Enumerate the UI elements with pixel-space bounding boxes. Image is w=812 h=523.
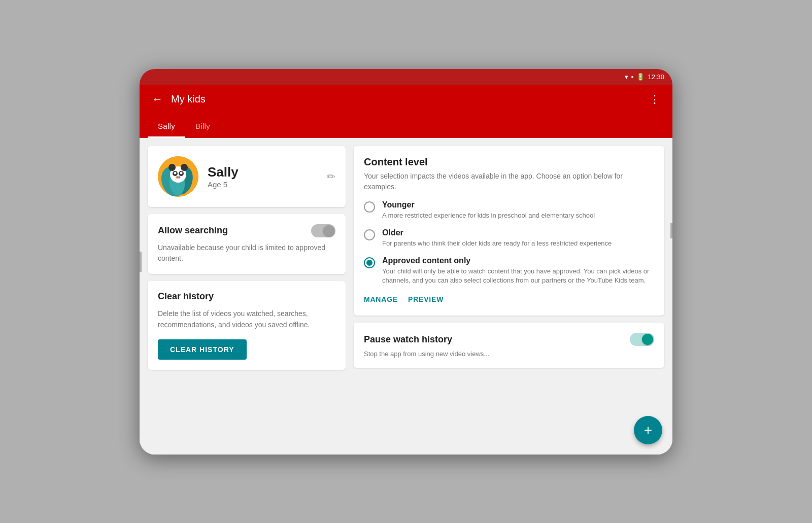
clear-history-description: Delete the list of videos you watched, s…: [158, 308, 335, 331]
content-level-description: Your selection impacts the videos availa…: [364, 171, 654, 192]
preview-button[interactable]: PREVIEW: [408, 293, 444, 305]
avatar: [158, 156, 198, 197]
allow-searching-toggle[interactable]: [311, 224, 335, 237]
app-bar: ← My kids ⋮: [140, 85, 672, 114]
svg-point-10: [180, 171, 183, 174]
search-card-title: Allow searching: [158, 225, 228, 236]
right-column: Content level Your selection impacts the…: [354, 146, 664, 446]
tabs-bar: Sally Billy: [140, 114, 672, 138]
radio-younger-content: Younger A more restricted experience for…: [382, 200, 595, 220]
radio-approved-inner: [366, 260, 373, 266]
toggle-knob: [323, 225, 334, 236]
profile-card: Sally Age 5 ✏: [148, 146, 346, 207]
pause-watch-history-card: Pause watch history Stop the app from us…: [354, 323, 664, 368]
clear-history-button[interactable]: CLEAR HISTORY: [158, 339, 247, 360]
sim-icon: ▪: [631, 73, 634, 81]
clear-history-title: Clear history: [158, 291, 335, 302]
svg-point-5: [168, 164, 176, 171]
status-time: 12:30: [648, 73, 664, 81]
radio-approved-desc: Your child will only be able to watch co…: [382, 267, 654, 285]
radio-option-younger[interactable]: Younger A more restricted experience for…: [364, 200, 654, 220]
radio-approved-content: Approved content only Your child will on…: [382, 256, 654, 285]
fab-button[interactable]: +: [634, 416, 662, 444]
radio-option-older[interactable]: Older For parents who think their older …: [364, 228, 654, 248]
content-area: Sally Age 5 ✏ Allow searching Unavailabl…: [140, 138, 672, 455]
profile-age: Age 5: [208, 180, 318, 189]
radio-younger-desc: A more restricted experience for kids in…: [382, 211, 595, 220]
radio-younger-label: Younger: [382, 200, 595, 210]
radio-approved[interactable]: [364, 257, 375, 268]
profile-name: Sally: [208, 164, 318, 180]
pause-card-title: Pause watch history: [364, 334, 452, 345]
svg-point-13: [179, 176, 180, 178]
app-bar-title: My kids: [171, 93, 645, 105]
radio-approved-label: Approved content only: [382, 256, 654, 265]
pause-card-description: Stop the app from using new video views.…: [364, 350, 654, 358]
content-level-card: Content level Your selection impacts the…: [354, 146, 664, 316]
more-button[interactable]: ⋮: [645, 89, 664, 110]
edit-icon[interactable]: ✏: [327, 170, 335, 183]
back-button[interactable]: ←: [148, 89, 167, 110]
radio-older-desc: For parents who think their older kids a…: [382, 239, 612, 248]
clear-history-card: Clear history Delete the list of videos …: [148, 281, 346, 370]
profile-info: Sally Age 5: [208, 164, 318, 189]
manage-button[interactable]: MANAGE: [364, 293, 398, 305]
search-card-header: Allow searching: [158, 224, 335, 237]
content-level-title: Content level: [364, 156, 654, 168]
svg-point-11: [176, 176, 181, 179]
side-button: [140, 252, 142, 272]
tab-billy[interactable]: Billy: [185, 116, 220, 138]
wifi-icon: ▾: [625, 73, 628, 81]
radio-older[interactable]: [364, 229, 375, 240]
tab-sally[interactable]: Sally: [148, 116, 185, 138]
status-icons: ▾ ▪ 🔋 12:30: [625, 73, 664, 81]
radio-option-approved[interactable]: Approved content only Your child will on…: [364, 256, 654, 285]
allow-searching-card: Allow searching Unavailable because your…: [148, 214, 346, 274]
content-actions: MANAGE PREVIEW: [364, 293, 654, 305]
radio-older-label: Older: [382, 228, 612, 237]
pause-card-header: Pause watch history: [364, 333, 654, 346]
pause-toggle-knob: [642, 334, 653, 345]
svg-point-6: [181, 164, 188, 171]
left-column: Sally Age 5 ✏ Allow searching Unavailabl…: [148, 146, 346, 446]
pause-watch-history-toggle[interactable]: [630, 333, 654, 346]
svg-point-12: [177, 176, 178, 178]
tablet-frame: ▾ ▪ 🔋 12:30 ← My kids ⋮ Sally Billy: [140, 69, 672, 455]
battery-icon: 🔋: [636, 73, 645, 81]
radio-older-content: Older For parents who think their older …: [382, 228, 612, 248]
radio-younger[interactable]: [364, 201, 375, 213]
search-card-description: Unavailable because your child is limite…: [158, 242, 335, 264]
status-bar: ▾ ▪ 🔋 12:30: [140, 69, 672, 85]
right-button: [670, 223, 672, 238]
svg-point-9: [174, 171, 177, 174]
